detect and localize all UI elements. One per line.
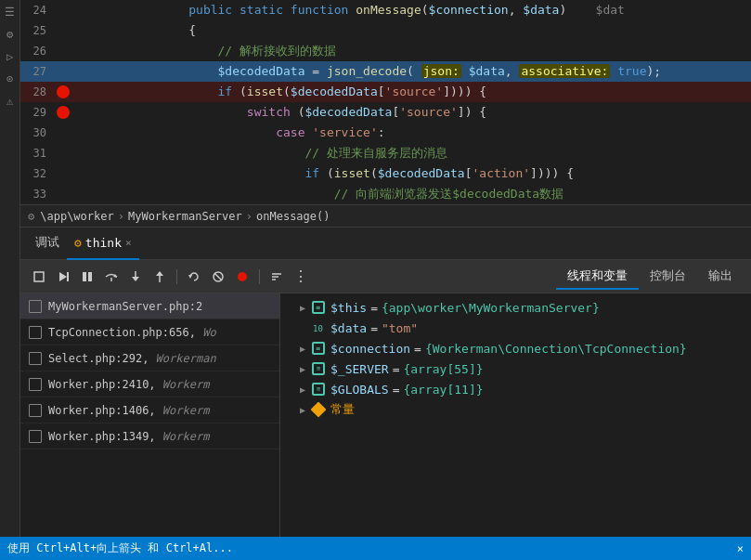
toolbar-breakpoints-btn[interactable] [231, 266, 253, 288]
var-name-globals: $GLOBALS [330, 383, 389, 397]
var-name-server: $_SERVER [330, 362, 389, 376]
var-eq-this: = [370, 301, 378, 315]
toolbar-sort-btn[interactable] [265, 266, 288, 288]
status-text: 使用 Ctrl+Alt+向上箭头 和 Ctrl+Al... [7, 540, 730, 556]
call-stack-item-4[interactable]: Worker.php:1406, Workerm [20, 397, 279, 423]
breadcrumb-part-3[interactable]: onMessage() [256, 210, 330, 223]
toolbar-more-btn[interactable]: ⋮ [290, 266, 312, 288]
var-item-data[interactable]: 10 $data = "tom" [280, 318, 751, 338]
call-stack-text-3: Worker.php:2410, Workerm [48, 378, 272, 391]
right-tab-output[interactable]: 输出 [697, 264, 744, 290]
var-item-connection[interactable]: ≡ $connection = {Workerman\Connection\Tc… [280, 338, 751, 358]
var-val-globals: {array[11]} [403, 383, 483, 397]
svg-marker-8 [132, 277, 139, 281]
svg-rect-2 [67, 272, 69, 281]
diamond-icon-constants [311, 402, 327, 418]
debug-toolbar: ⋮ 线程和变量 控制台 输出 [20, 260, 751, 293]
breadcrumb-part-2[interactable]: MyWorkermanServer [128, 210, 242, 223]
call-stack-text-0: MyWorkermanServer.php:2 [48, 300, 272, 313]
debug-panel: 调试 ⚙ think × [20, 228, 751, 537]
status-close-btn[interactable]: × [737, 542, 744, 555]
tab-debug[interactable]: 调试 [28, 228, 67, 260]
var-arrow-this[interactable] [295, 300, 310, 315]
right-tab-vars[interactable]: 线程和变量 [556, 264, 639, 290]
obj-icon-this: ≡ [312, 301, 325, 314]
svg-rect-3 [83, 272, 86, 281]
var-arrow-server[interactable] [295, 361, 310, 376]
call-stack-icon-4 [28, 403, 43, 418]
call-stack-text-2: Select.php:292, Workerman [48, 352, 272, 365]
call-stack-item-5[interactable]: Worker.php:1349, Workerm [20, 423, 279, 449]
var-item-server[interactable]: ≡ $_SERVER = {array[55]} [280, 358, 751, 379]
breadcrumb-part-1[interactable]: \app\worker [40, 210, 113, 223]
svg-line-13 [214, 273, 222, 280]
var-item-globals[interactable]: ≡ $GLOBALS = {array[11]} [280, 379, 751, 399]
call-stack-text-4: Worker.php:1406, Workerm [48, 404, 272, 417]
sidebar-icon-4[interactable]: ⊙ [2, 71, 19, 87]
svg-marker-10 [156, 271, 163, 276]
tab-think[interactable]: ⚙ think × [67, 228, 139, 260]
right-tab-console[interactable]: 控制台 [639, 264, 697, 290]
breadcrumb-settings-icon: ⚙ [28, 210, 34, 223]
toolbar-more-icon: ⋮ [293, 267, 309, 285]
var-val-connection: {Workerman\Connection\TcpConnection} [425, 342, 687, 356]
var-icon-connection: ≡ [310, 340, 327, 357]
sidebar-icon-2[interactable]: ⚙ [2, 26, 19, 43]
file-icon-4 [29, 404, 42, 417]
call-stack-item-0[interactable]: MyWorkermanServer.php:2 [20, 293, 279, 319]
var-eq-connection: = [414, 342, 421, 356]
var-icon-server: ≡ [310, 360, 327, 377]
sidebar-icon-1[interactable]: ☰ [2, 4, 19, 20]
var-name-data: $data [330, 321, 367, 335]
file-icon-3 [29, 378, 42, 391]
call-stack-icon-0 [28, 299, 43, 314]
line-num-33: 33 [20, 184, 54, 204]
toolbar-stepinto-btn[interactable] [124, 266, 147, 288]
call-stack-item-1[interactable]: TcpConnection.php:656, Wo [20, 319, 279, 345]
sidebar-icon-3[interactable]: ▷ [2, 48, 19, 65]
var-arrow-data[interactable] [295, 320, 310, 335]
call-stack-item-3[interactable]: Worker.php:2410, Workerm [20, 371, 279, 397]
toolbar-restart-btn[interactable] [183, 266, 205, 288]
svg-point-14 [238, 272, 247, 281]
var-val-data: "tom" [382, 321, 418, 335]
file-icon-1 [29, 326, 42, 339]
toolbar-stopsession-btn[interactable] [207, 266, 229, 288]
line-num-27: 27 [20, 61, 54, 82]
line-num-28: 28 [20, 82, 54, 102]
toolbar-continue-btn[interactable] [52, 266, 74, 288]
var-item-this[interactable]: ≡ $this = {app\worker\MyWorkermanServer} [280, 297, 751, 318]
tab-think-close[interactable]: × [125, 237, 132, 249]
variables-panel: ≡ $this = {app\worker\MyWorkermanServer}… [280, 293, 751, 537]
var-name-this: $this [330, 301, 367, 315]
sidebar-icon-5[interactable]: ⚠ [2, 93, 19, 110]
line-num-31: 31 [20, 143, 54, 163]
toolbar-stop-btn[interactable] [28, 266, 50, 288]
var-arrow-connection[interactable] [295, 341, 310, 356]
call-stack-icon-3 [28, 377, 43, 392]
toolbar-stepout-btn[interactable] [149, 266, 171, 288]
call-stack-icon-2 [28, 351, 43, 366]
var-name-constants: 常量 [330, 401, 355, 418]
var-item-constants[interactable]: 常量 [280, 399, 751, 420]
debug-right-tabs: 线程和变量 控制台 输出 [556, 264, 744, 290]
gutter-28 [54, 85, 72, 98]
gutter-29 [54, 106, 72, 119]
breadcrumb: ⚙ \app\worker › MyWorkermanServer › onMe… [20, 204, 751, 228]
call-stack-item-2[interactable]: Select.php:292, Workerman [20, 345, 279, 371]
file-icon-2 [29, 352, 42, 365]
right-tab-vars-label: 线程和变量 [567, 268, 628, 282]
obj-icon-connection: ≡ [312, 342, 325, 355]
breakpoint-29 [57, 106, 70, 119]
var-name-connection: $connection [330, 342, 410, 356]
var-arrow-constants[interactable] [295, 402, 310, 417]
var-arrow-globals[interactable] [295, 382, 310, 397]
right-tab-console-label: 控制台 [650, 268, 686, 282]
tab-think-label: think [85, 236, 122, 250]
call-stack-text-1: TcpConnection.php:656, Wo [48, 326, 272, 339]
toolbar-stepover-btn[interactable] [100, 266, 123, 288]
toolbar-pause-btn[interactable] [76, 266, 98, 288]
line-content-34: $connection->send(json_encode( value: $d… [72, 184, 744, 204]
var-val-server: {array[55]} [403, 362, 483, 376]
line-num-30: 30 [20, 123, 54, 143]
